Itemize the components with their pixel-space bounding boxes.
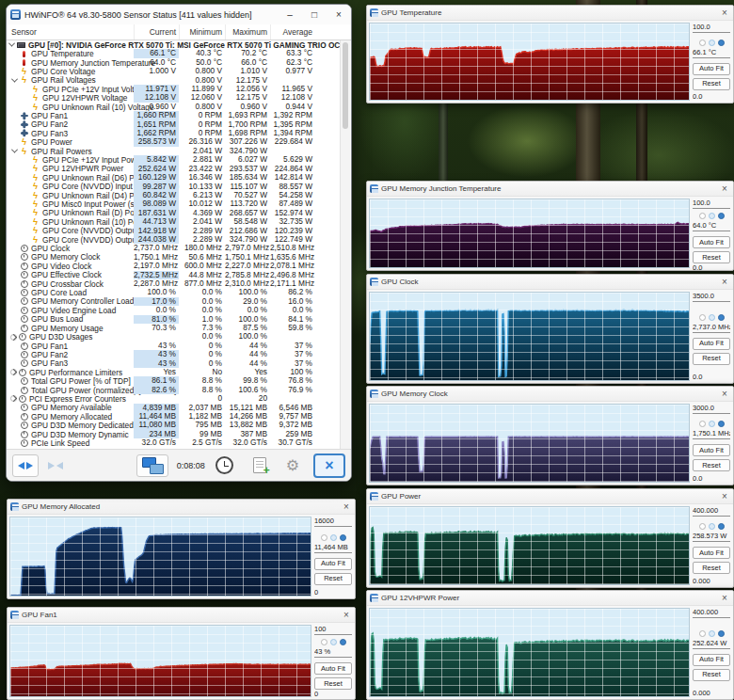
reset-button[interactable]: Reset [314, 573, 352, 585]
chevron-right-icon[interactable] [10, 369, 17, 375]
auto-fit-button[interactable]: Auto Fit [693, 547, 730, 559]
table-row[interactable]: GPU Core Voltage1.000 V0.800 V1.010 V0.9… [7, 67, 351, 75]
table-row[interactable]: GPU Fan243 %0 %44 %37 % [7, 350, 351, 358]
table-row[interactable]: GPU Core (NVVDD) Input Power (sum)99.287… [7, 183, 351, 191]
col-average[interactable]: Average [270, 24, 315, 40]
radio-style-1[interactable] [699, 523, 706, 530]
table-row[interactable]: GPU Misc0 Input Power (sum)98.089 W10.01… [7, 199, 351, 208]
table-row[interactable]: GPU Fan143 %0 %44 %37 % [7, 342, 351, 350]
radio-style-1[interactable] [321, 534, 327, 541]
nav-back-forward-button[interactable] [12, 454, 39, 477]
close-button[interactable]: × [327, 5, 351, 24]
graph-title-bar[interactable]: GPU Temperature × [367, 6, 733, 21]
table-row[interactable]: GPU Unknown Rail (10) Power44.713 W2.041… [7, 217, 351, 226]
radio-style-2[interactable] [709, 314, 715, 321]
reset-button[interactable]: Reset [693, 562, 730, 574]
radio-style-3-selected[interactable] [340, 534, 346, 541]
chevron-down-icon[interactable] [10, 78, 19, 83]
table-row[interactable]: GPU Bus Load81.0 %1.0 %100.0 %84.1 % [7, 315, 351, 324]
radio-style-2[interactable] [330, 639, 337, 645]
close-icon[interactable]: × [716, 277, 733, 287]
table-row[interactable]: PCIe Link Speed32.0 GT/s2.5 GT/s32.0 GT/… [7, 438, 351, 447]
close-icon[interactable]: × [716, 389, 733, 399]
radio-style-2[interactable] [709, 40, 715, 46]
table-row[interactable]: GPU Performance LimitersYesNoYes100 % [7, 368, 351, 376]
clock-button[interactable] [210, 454, 239, 477]
logging-button[interactable] [247, 454, 272, 477]
table-row[interactable]: GPU Clock2,737.0 MHz180.0 MHz2,797.0 MHz… [7, 244, 351, 252]
radio-style-3-selected[interactable] [718, 213, 725, 219]
auto-fit-button[interactable]: Auto Fit [693, 63, 730, 75]
graph-style-radios[interactable] [314, 534, 352, 541]
table-row[interactable]: GPU 12VHPWR Voltage12.108 V12.060 V12.17… [7, 93, 351, 102]
graph-title-bar[interactable]: GPU Power × [367, 489, 733, 504]
graph-title-bar[interactable]: GPU 12VHPWR Power × [367, 591, 733, 606]
nav-collapse-button[interactable] [42, 454, 69, 477]
chevron-right-icon[interactable] [10, 334, 17, 341]
graph-title-bar[interactable]: GPU Memory Allocated × [8, 500, 355, 515]
table-row[interactable]: PCI Express Error Counters020 [7, 394, 351, 403]
reset-button[interactable]: Reset [693, 459, 730, 471]
close-sensors-button[interactable]: × [313, 453, 345, 478]
table-row[interactable]: GPU Memory Usage70.3 %7.3 %87.5 %59.8 % [7, 324, 351, 332]
graph-style-radios[interactable] [314, 639, 352, 645]
table-row[interactable]: Total GPU Power (normalized) [% of TDP]8… [7, 386, 351, 394]
close-icon[interactable]: × [716, 593, 733, 603]
auto-fit-button[interactable]: Auto Fit [693, 654, 730, 666]
settings-button[interactable]: ⚙ [280, 454, 305, 477]
auto-fit-button[interactable]: Auto Fit [693, 444, 730, 456]
radio-style-2[interactable] [330, 534, 337, 541]
table-row[interactable]: GPU Temperature66.1 °C40.3 °C70.2 °C63.3… [7, 49, 351, 57]
radio-style-1[interactable] [699, 314, 706, 321]
table-row[interactable]: GPU Fan21,651 RPM0 RPM1,700 RPM1,395 RPM [7, 120, 351, 129]
reset-button[interactable]: Reset [314, 677, 352, 690]
table-row[interactable]: GPU Effective Clock2,732.5 MHz44.8 MHz2,… [7, 271, 351, 279]
table-row[interactable]: GPU Memory Available4,839 MB2,037 MB15,1… [7, 404, 351, 412]
auto-fit-button[interactable]: Auto Fit [314, 558, 352, 570]
graph-title-bar[interactable]: GPU Clock × [367, 275, 733, 290]
auto-fit-button[interactable]: Auto Fit [314, 662, 352, 675]
radio-style-1[interactable] [321, 639, 327, 645]
reset-button[interactable]: Reset [693, 669, 730, 681]
minimize-button[interactable]: – [278, 5, 302, 24]
table-row[interactable]: GPU Memory Junction Temperature64.0 °C50… [7, 58, 351, 67]
table-row[interactable]: GPU D3D Memory Dynamic234 MB99 MB387 MB2… [7, 430, 351, 438]
table-row[interactable]: GPU Fan31,662 RPM0 RPM1,698 RPM1,394 RPM [7, 129, 351, 137]
close-icon[interactable]: × [716, 183, 733, 194]
title-bar[interactable]: HWiNFO® 64 v8.30-5800 Sensor Status [411… [7, 5, 351, 24]
table-row[interactable]: GPU Unknown Rail (D4) Power (sum)60.842 … [7, 191, 351, 199]
graph-style-radios[interactable] [693, 421, 730, 427]
maximize-button[interactable]: □ [302, 5, 327, 24]
graph-title-bar[interactable]: GPU Memory Clock × [367, 387, 733, 402]
radio-style-1[interactable] [699, 40, 706, 46]
close-icon[interactable]: × [716, 8, 733, 18]
table-row[interactable]: GPU Power258.573 W26.316 W307.226 W229.6… [7, 137, 351, 146]
radio-style-1[interactable] [699, 630, 706, 637]
graph-title-bar[interactable]: GPU Fan1 × [8, 608, 355, 623]
table-row[interactable]: GPU Video Engine Load0.0 %0.0 %0.0 %0.0 … [7, 306, 351, 314]
vertical-scrollbar[interactable] [340, 40, 350, 449]
table-row[interactable]: GPU Unknown Rail (D) Power (sum)187.631 … [7, 209, 351, 217]
table-row[interactable]: GPU Rail Voltages0.800 V12.175 V [7, 76, 351, 85]
radio-style-3-selected[interactable] [718, 40, 725, 46]
auto-fit-button[interactable]: Auto Fit [693, 338, 730, 350]
graph-style-radios[interactable] [693, 630, 730, 637]
auto-fit-button[interactable]: Auto Fit [693, 236, 730, 248]
graph-style-radios[interactable] [693, 213, 730, 219]
table-row[interactable]: GPU Rail Powers2.041 W324.790 W [7, 147, 351, 155]
chevron-down-icon[interactable] [10, 149, 19, 153]
table-row[interactable]: GPU Fan11,660 RPM0 RPM1,693 RPM1,392 RPM [7, 111, 351, 119]
table-row[interactable]: Total GPU Power [% of TDP]86.1 %8.8 %99.… [7, 376, 351, 385]
col-maximum[interactable]: Maximum [225, 24, 270, 40]
radio-style-3-selected[interactable] [718, 523, 725, 530]
table-row[interactable]: GPU Core (NVVDD) Output Power244.038 W2.… [7, 235, 351, 244]
chevron-right-icon[interactable] [10, 395, 17, 402]
radio-style-3-selected[interactable] [718, 314, 725, 321]
remote-sensors-button[interactable] [136, 454, 168, 477]
graph-style-radios[interactable] [693, 314, 730, 321]
graph-style-radios[interactable] [693, 40, 730, 46]
col-current[interactable]: Current [134, 24, 179, 40]
table-row[interactable]: GPU D3D Usages0.0 %100.0 % [7, 332, 351, 341]
graph-style-radios[interactable] [693, 523, 730, 530]
col-minimum[interactable]: Minimum [179, 24, 225, 40]
